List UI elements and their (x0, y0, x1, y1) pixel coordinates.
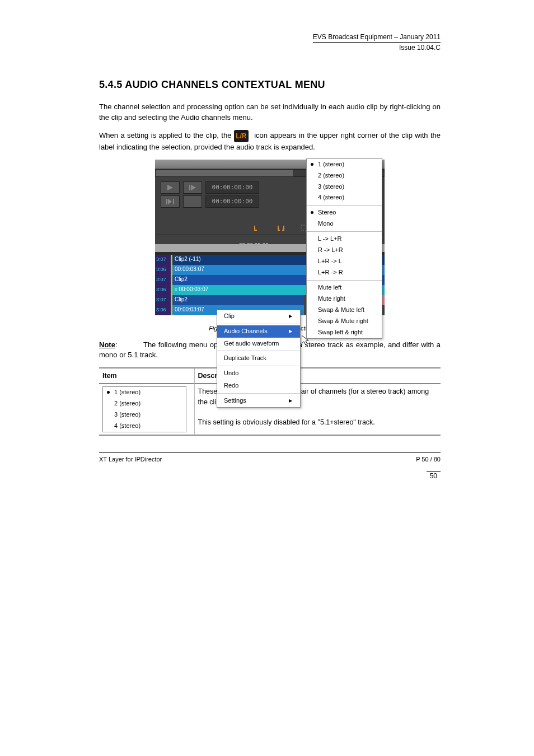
scroll-thumb[interactable] (156, 170, 293, 176)
sub-swap-mute-left[interactable]: Swap & Mute left (307, 305, 382, 316)
footer-left: XT Layer for IPDirector (99, 455, 162, 464)
marker-open-icon[interactable] (254, 223, 261, 231)
empty-button[interactable] (183, 195, 202, 208)
menu-undo[interactable]: Undo (217, 367, 300, 380)
timecode-1[interactable]: 00:00:00:00 (205, 181, 259, 194)
svg-rect-3 (166, 199, 167, 204)
page-number: 50 (427, 471, 441, 481)
footer-right: P 50 / 80 (416, 455, 441, 464)
lr-icon: L/R (234, 130, 249, 142)
svg-marker-4 (168, 199, 172, 204)
context-menu[interactable]: Clip Audio Channels Get audio waveform D… (217, 310, 301, 408)
track-tc: 3:07 (155, 255, 171, 265)
legend-2-stereo: 2 (stereo) (103, 398, 186, 409)
track-tc: 3:06 (155, 305, 171, 315)
svg-marker-0 (167, 185, 173, 190)
menu-audio-channels[interactable]: Audio Channels (217, 325, 300, 338)
sub-stereo[interactable]: Stereo (307, 207, 382, 218)
svg-marker-2 (191, 185, 196, 190)
sub-2-stereo[interactable]: 2 (stereo) (307, 170, 382, 181)
section-heading: 5.4.5 AUDIO CHANNELS CONTEXTUAL MENU (99, 77, 441, 92)
page-footer: XT Layer for IPDirector P 50 / 80 (99, 452, 441, 464)
sub-swap-lr[interactable]: Swap left & right (307, 327, 382, 338)
timecode-2[interactable]: 00:00:00:00 (205, 195, 259, 208)
sub-lr-to-r[interactable]: L+R -> R (307, 267, 382, 278)
intro-paragraph-2: When a setting is applied to the clip, t… (99, 130, 441, 153)
legend-1-stereo: 1 (stereo) (103, 387, 186, 398)
audio-channels-submenu[interactable]: 1 (stereo) 2 (stereo) 3 (stereo) 4 (ster… (306, 158, 382, 339)
legend-4-stereo: 4 (stereo) (103, 421, 186, 432)
header-line2: Issue 10.04.C (313, 42, 441, 53)
intro-paragraph-1: The channel selection and processing opt… (99, 102, 441, 123)
page-container: EVS Broadcast Equipment – January 2011 I… (49, 0, 485, 498)
track-tc: 3:07 (155, 275, 171, 285)
play-button[interactable] (161, 181, 180, 194)
menu-clip[interactable]: Clip (217, 310, 300, 323)
svg-rect-1 (189, 185, 190, 190)
step-fwd-button[interactable] (183, 181, 202, 194)
sub-mono[interactable]: Mono (307, 218, 382, 230)
menu-duplicate-track[interactable]: Duplicate Track (217, 352, 300, 365)
sub-r-to-lr[interactable]: R -> L+R (307, 245, 382, 256)
sub-lr-to-l[interactable]: L+R -> L (307, 256, 382, 267)
menu-redo[interactable]: Redo (217, 380, 300, 392)
note-head: Note (99, 340, 115, 349)
legend-cell-menu: 1 (stereo) 2 (stereo) 3 (stereo) 4 (ster… (99, 384, 194, 435)
svg-rect-5 (173, 199, 174, 204)
page-header: EVS Broadcast Equipment – January 2011 I… (313, 32, 441, 53)
sub-swap-mute-right[interactable]: Swap & Mute right (307, 316, 382, 327)
sub-4-stereo[interactable]: 4 (stereo) (307, 192, 382, 203)
track-tc: 3:07 (155, 295, 171, 305)
track-tc: 3:06 (155, 285, 171, 295)
play-selection-button[interactable] (161, 195, 180, 208)
legend-mini-menu: 1 (stereo) 2 (stereo) 3 (stereo) 4 (ster… (102, 386, 186, 432)
ui-screenshot: 00:00:00:00 00:00:00:00 (155, 160, 385, 315)
sub-3-stereo[interactable]: 3 (stereo) (307, 181, 382, 193)
sub-mute-right[interactable]: Mute right (307, 293, 382, 305)
sub-1-stereo[interactable]: 1 (stereo) (307, 159, 382, 170)
sub-l-to-lr[interactable]: L -> L+R (307, 234, 382, 245)
track-tc: 3:06 (155, 265, 171, 275)
legend-head-item: Item (99, 368, 194, 384)
clip-header[interactable]: Clip2 (172, 295, 304, 305)
header-line1: EVS Broadcast Equipment – January 2011 (313, 32, 441, 42)
menu-settings[interactable]: Settings (217, 395, 300, 407)
sub-mute-left[interactable]: Mute left (307, 282, 382, 293)
menu-get-waveform[interactable]: Get audio waveform (217, 338, 300, 350)
legend-3-stereo: 3 (stereo) (103, 409, 186, 421)
marker-brackets-icon[interactable] (277, 223, 285, 231)
